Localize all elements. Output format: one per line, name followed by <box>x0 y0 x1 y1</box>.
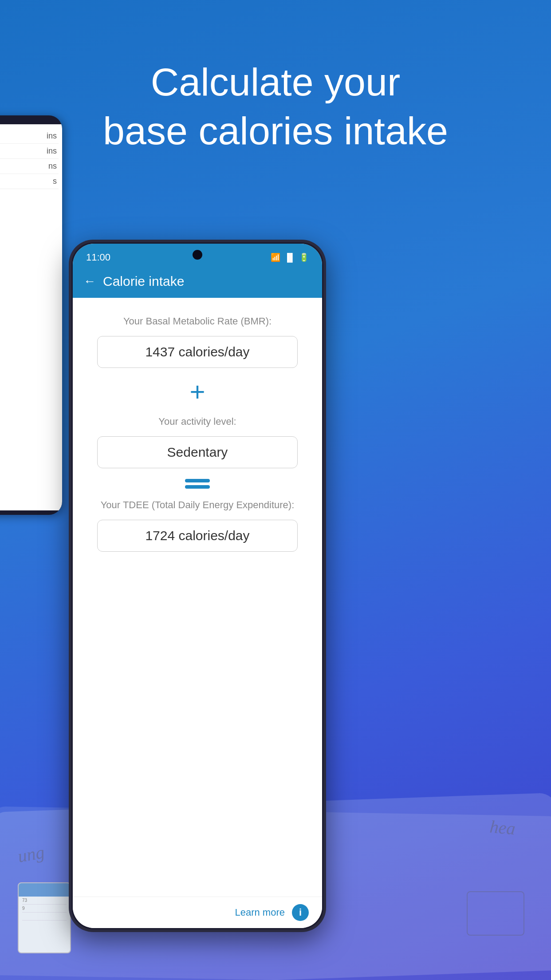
app-bar: ← Calorie intake <box>73 267 322 298</box>
headline: Calculate your base calories intake <box>0 58 551 155</box>
app-title: Calorie intake <box>103 274 184 289</box>
back-button[interactable]: ← <box>83 274 96 288</box>
signal-icon: ▐▌ <box>284 253 295 262</box>
learn-more-link[interactable]: Learn more <box>235 907 285 918</box>
plus-symbol: + <box>189 379 205 405</box>
status-time: 11:00 <box>86 252 110 263</box>
bmr-label: Your Basal Metabolic Rate (BMR): <box>123 316 272 327</box>
info-icon[interactable]: i <box>292 904 309 921</box>
activity-label: Your activity level: <box>158 416 236 427</box>
bmr-value: 1437 calories/day <box>97 336 298 368</box>
battery-icon: 🔋 <box>299 253 309 262</box>
content-area: Your Basal Metabolic Rate (BMR): 1437 ca… <box>73 298 322 897</box>
bottom-bar: Learn more i <box>73 897 322 928</box>
equals-symbol <box>185 479 210 489</box>
left-phone-row: sns <box>0 159 59 174</box>
left-phone-row: os <box>0 174 59 189</box>
phone-left: neins tsins sns os <box>0 115 62 515</box>
equals-bar-top <box>185 479 210 482</box>
wifi-icon: 📶 <box>271 253 280 262</box>
main-phone: 11:00 📶 ▐▌ 🔋 ← Calorie intake Your Basal… <box>69 240 326 932</box>
tdee-label: Your TDEE (Total Daily Energy Expenditur… <box>101 499 295 511</box>
status-bar: 11:00 📶 ▐▌ 🔋 <box>73 244 322 267</box>
headline-line1: Calculate your <box>35 58 516 107</box>
activity-selector[interactable]: Sedentary <box>97 436 298 468</box>
status-icons: 📶 ▐▌ 🔋 <box>271 253 309 262</box>
camera-hole <box>193 250 202 260</box>
equals-bar-bottom <box>185 485 210 489</box>
headline-line2: base calories intake <box>35 107 516 155</box>
tdee-value: 1724 calories/day <box>97 520 298 552</box>
